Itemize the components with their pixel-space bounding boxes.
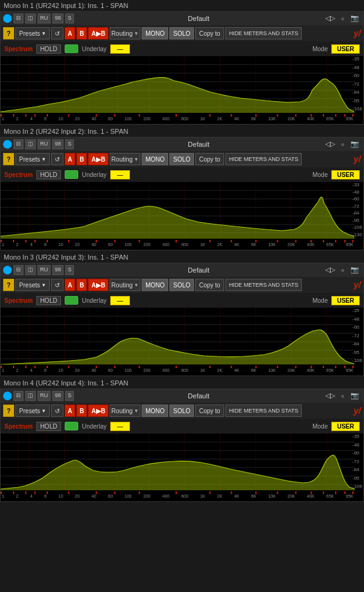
b-button[interactable]: B xyxy=(76,153,87,165)
mode-button[interactable]: USER xyxy=(331,170,360,179)
top-bar-right-btn-1[interactable]: ⬦ xyxy=(339,139,347,149)
undo-button[interactable]: ↺ xyxy=(51,153,63,165)
hide-meters-button[interactable]: HIDE METERS AND STATS xyxy=(225,153,302,165)
underlay-button[interactable]: — xyxy=(110,44,130,54)
mono-button[interactable]: MONO xyxy=(142,27,168,39)
top-bar-right-btn-0[interactable]: ◁▷ xyxy=(323,391,337,401)
top-bar-right-btn-2[interactable]: 📷 xyxy=(349,14,361,23)
top-bar-btn-0[interactable]: ⊟ xyxy=(14,391,23,401)
ab-button[interactable]: A▶B xyxy=(88,27,108,39)
active-indicator xyxy=(65,422,78,430)
help-button[interactable]: ? xyxy=(3,27,14,39)
hold-button[interactable]: HOLD xyxy=(36,44,61,54)
b-button[interactable]: B xyxy=(76,405,87,417)
copy-to-button[interactable]: Copy to xyxy=(195,405,224,417)
top-bar-btn-1[interactable]: ◫ xyxy=(25,14,36,23)
top-bar-right-btn-2[interactable]: 📷 xyxy=(349,391,361,401)
help-button[interactable]: ? xyxy=(3,405,14,417)
copy-to-button[interactable]: Copy to xyxy=(195,153,224,165)
b-button[interactable]: B xyxy=(76,279,87,291)
hide-meters-button[interactable]: HIDE METERS AND STATS xyxy=(225,405,302,417)
toolbar-1: ?Presets ▼↺ABA▶BRouting ▼MONOSOLOCopy to… xyxy=(1,25,363,41)
top-bar-btn-3[interactable]: 98 xyxy=(52,265,63,275)
routing-dropdown[interactable]: Routing ▼ xyxy=(110,153,140,165)
routing-dropdown[interactable]: Routing ▼ xyxy=(110,27,140,39)
top-bar-right-btn-2[interactable]: 📷 xyxy=(349,139,361,149)
presets-button[interactable]: Presets ▼ xyxy=(15,279,50,291)
top-bar-btn-1[interactable]: ◫ xyxy=(25,265,36,275)
copy-to-button[interactable]: Copy to xyxy=(195,279,224,291)
hide-meters-button[interactable]: HIDE METERS AND STATS xyxy=(225,27,302,39)
top-bar-btn-4[interactable]: S xyxy=(65,139,74,149)
top-bar-right-btn-1[interactable]: ⬦ xyxy=(339,265,347,275)
top-bar-right-btn-0[interactable]: ◁▷ xyxy=(323,14,337,23)
presets-button[interactable]: Presets ▼ xyxy=(15,153,50,165)
copy-to-button[interactable]: Copy to xyxy=(195,27,224,39)
routing-dropdown[interactable]: Routing ▼ xyxy=(110,405,140,417)
ab-button[interactable]: A▶B xyxy=(88,153,108,165)
undo-button[interactable]: ↺ xyxy=(51,405,63,417)
routing-dropdown[interactable]: Routing ▼ xyxy=(110,279,140,291)
a-button[interactable]: A xyxy=(65,279,75,291)
b-button[interactable]: B xyxy=(76,27,87,39)
svg-rect-23 xyxy=(34,114,36,117)
hold-button[interactable]: HOLD xyxy=(36,422,61,431)
mono-button[interactable]: MONO xyxy=(142,405,168,417)
svg-rect-114 xyxy=(256,366,257,368)
hold-button[interactable]: HOLD xyxy=(36,296,61,305)
svg-rect-144 xyxy=(13,491,14,494)
underlay-button[interactable]: — xyxy=(110,422,130,431)
top-bar-right-btn-1[interactable]: ⬦ xyxy=(339,391,347,401)
top-bar-right-btn-0[interactable]: ◁▷ xyxy=(323,265,337,275)
svg-rect-61 xyxy=(1,240,2,242)
power-icon[interactable] xyxy=(3,14,12,23)
top-bar-btn-0[interactable]: ⊟ xyxy=(14,265,23,275)
hold-button[interactable]: HOLD xyxy=(36,170,61,179)
top-bar-right-btn-2[interactable]: 📷 xyxy=(349,265,361,275)
top-bar-right-btn-0[interactable]: ◁▷ xyxy=(323,139,337,149)
presets-button[interactable]: Presets ▼ xyxy=(15,27,50,39)
help-button[interactable]: ? xyxy=(3,279,14,291)
top-bar-btn-2[interactable]: RU xyxy=(38,14,51,23)
ab-button[interactable]: A▶B xyxy=(88,405,108,417)
a-button[interactable]: A xyxy=(65,27,75,39)
undo-button[interactable]: ↺ xyxy=(51,279,63,291)
top-bar-btn-2[interactable]: RU xyxy=(38,139,51,149)
top-bar-right-btn-1[interactable]: ⬦ xyxy=(339,14,347,23)
mode-button[interactable]: USER xyxy=(331,296,360,305)
mode-button[interactable]: USER xyxy=(331,422,360,431)
mono-button[interactable]: MONO xyxy=(142,279,168,291)
power-icon[interactable] xyxy=(3,392,12,400)
top-bar-btn-2[interactable]: RU xyxy=(38,265,51,275)
top-bar-btn-0[interactable]: ⊟ xyxy=(14,14,23,23)
svg-rect-35 xyxy=(310,114,312,117)
top-bar-btn-0[interactable]: ⊟ xyxy=(14,139,23,149)
power-icon[interactable] xyxy=(3,266,12,274)
a-button[interactable]: A xyxy=(65,153,75,165)
top-bar-btn-4[interactable]: S xyxy=(65,265,74,275)
help-button[interactable]: ? xyxy=(3,153,14,165)
top-bar-btn-4[interactable]: S xyxy=(65,14,74,23)
top-bar-btn-2[interactable]: RU xyxy=(38,391,51,401)
solo-button[interactable]: SOLO xyxy=(169,279,194,291)
svg-rect-71 xyxy=(209,240,211,242)
presets-button[interactable]: Presets ▼ xyxy=(15,405,50,417)
top-bar-btn-1[interactable]: ◫ xyxy=(25,139,36,149)
mode-button[interactable]: USER xyxy=(331,44,360,54)
top-bar-btn-4[interactable]: S xyxy=(65,391,74,401)
a-button[interactable]: A xyxy=(65,405,75,417)
top-bar-btn-3[interactable]: 98 xyxy=(52,14,63,23)
solo-button[interactable]: SOLO xyxy=(169,153,194,165)
top-bar-btn-3[interactable]: 98 xyxy=(52,391,63,401)
undo-button[interactable]: ↺ xyxy=(51,27,63,39)
ab-button[interactable]: A▶B xyxy=(88,279,108,291)
solo-button[interactable]: SOLO xyxy=(169,405,194,417)
underlay-button[interactable]: — xyxy=(110,296,130,305)
power-icon[interactable] xyxy=(3,140,12,149)
hide-meters-button[interactable]: HIDE METERS AND STATS xyxy=(225,279,302,291)
solo-button[interactable]: SOLO xyxy=(169,27,194,39)
top-bar-btn-1[interactable]: ◫ xyxy=(25,391,36,401)
top-bar-btn-3[interactable]: 98 xyxy=(52,139,63,149)
underlay-button[interactable]: — xyxy=(110,170,130,179)
mono-button[interactable]: MONO xyxy=(142,153,168,165)
